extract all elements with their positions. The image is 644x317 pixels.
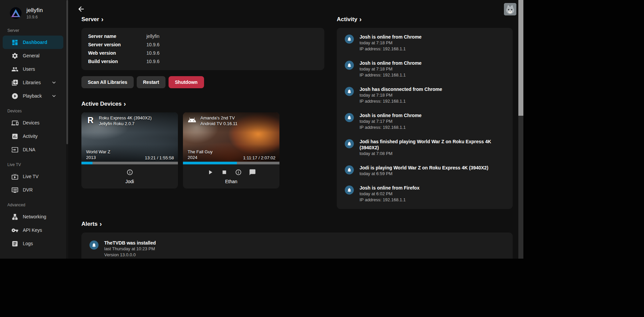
back-button[interactable]	[77, 5, 85, 13]
sidebar-scrollbar-thumb[interactable]	[66, 0, 68, 144]
key-icon	[11, 227, 18, 234]
sidebar-item-dlna[interactable]: DLNA	[3, 143, 63, 156]
app-version: 10.9.6	[26, 15, 43, 19]
activity-section-link[interactable]: Activity ›	[337, 16, 362, 23]
device-card-footer: Jodi	[81, 164, 178, 189]
chevron-right-icon: ›	[101, 17, 104, 21]
sidebar-item-libraries[interactable]: Libraries	[3, 76, 63, 89]
activity-ip: IP address: 192.168.1.1	[360, 197, 420, 203]
bar-chart-icon	[11, 133, 18, 140]
playback-progress-fill	[183, 162, 237, 164]
play-circle-icon	[11, 93, 18, 100]
activity-item-text: Jodi has finished playing World War Z on…	[360, 139, 505, 157]
sidebar-item-label: Live TV	[23, 174, 39, 179]
alert-item-text: TheTVDB was installed last Thursday at 1…	[104, 240, 156, 258]
activity-item[interactable]: Jodi has finished playing World War Z on…	[337, 135, 513, 161]
notification-bell-icon	[345, 165, 354, 174]
active-devices-section-title: Active Devices	[81, 101, 122, 107]
sidebar-item-label: Devices	[23, 120, 40, 125]
activity-item-text: Josh has disconnected from Chrome today …	[360, 86, 442, 104]
screenshot-stage: jellyfin 10.9.6 Server Dashboard General…	[0, 0, 644, 317]
activity-title: Jodi is playing World War Z on Roku Expr…	[360, 165, 488, 171]
playback-progress-track	[81, 162, 178, 164]
sidebar-item-label: Dashboard	[23, 40, 47, 45]
alert-detail: Version 13.0.0.0	[104, 252, 156, 258]
activity-item[interactable]: Josh is online from Chrome today at 7:18…	[337, 56, 513, 82]
server-section-title: Server	[81, 16, 99, 23]
activity-title: Jodi has finished playing World War Z on…	[360, 139, 505, 151]
play-pause-button[interactable]	[205, 169, 215, 176]
sidebar-item-playback[interactable]: Playback	[3, 89, 63, 103]
now-playing-title: World War Z	[86, 149, 110, 155]
activity-item[interactable]: Josh is online from Chrome today at 7:18…	[337, 30, 513, 56]
sidebar-item-general[interactable]: General	[3, 49, 63, 62]
shutdown-button[interactable]: Shutdown	[169, 76, 204, 88]
alert-item[interactable]: TheTVDB was installed last Thursday at 1…	[81, 236, 513, 259]
alerts-section-link[interactable]: Alerts ›	[81, 221, 102, 227]
server-section-link[interactable]: Server ›	[81, 16, 104, 23]
input-icon	[11, 146, 18, 153]
activity-item[interactable]: Josh is online from Chrome today at 7:17…	[337, 108, 513, 135]
chevron-down-icon[interactable]	[51, 93, 57, 99]
activity-item-text: Josh is online from Chrome today at 7:17…	[360, 112, 422, 130]
web-version-value: 10.9.6	[146, 49, 159, 57]
sidebar-item-label: DLNA	[23, 147, 35, 152]
session-info-button[interactable]	[234, 169, 243, 176]
sidebar-item-activity[interactable]: Activity	[3, 129, 63, 143]
sidebar-item-users[interactable]: Users	[3, 62, 63, 76]
server-name-value: jellyfin	[146, 32, 159, 41]
now-playing-year: 2024	[188, 155, 212, 160]
sidebar-item-logs[interactable]: Logs	[3, 237, 63, 250]
sidebar-item-dashboard[interactable]: Dashboard	[3, 36, 63, 49]
notification-bell-icon	[345, 139, 354, 148]
scan-all-libraries-button[interactable]: Scan All Libraries	[81, 76, 134, 88]
sidebar-item-label: API Keys	[23, 227, 42, 233]
sidebar-item-label: Playback	[23, 93, 42, 99]
activity-item-text: Jodi is playing World War Z on Roku Expr…	[360, 165, 488, 177]
notification-bell-icon	[345, 35, 354, 44]
activity-item-text: Josh is online from Chrome today at 7:18…	[360, 34, 422, 52]
alert-time: last Thursday at 10:23 PM	[104, 246, 156, 252]
chevron-down-icon[interactable]	[51, 79, 57, 86]
sidebar-item-dvr[interactable]: DVR	[3, 183, 63, 197]
activity-time: today at 7:08 PM	[360, 151, 505, 157]
sidebar-item-networking[interactable]: Networking	[3, 210, 63, 223]
active-devices-section-link[interactable]: Active Devices ›	[81, 101, 126, 107]
message-icon	[249, 169, 256, 176]
activity-item[interactable]: Josh has disconnected from Chrome today …	[337, 82, 513, 108]
stop-button[interactable]	[219, 169, 229, 176]
page-scrollbar-thumb[interactable]	[518, 0, 523, 116]
activity-time: today at 7:18 PM	[360, 40, 422, 46]
sidebar-section-advanced: Advanced	[0, 197, 66, 210]
now-playing-backdrop: R Roku Express 4K (3940X2) Jellyfin Roku…	[81, 112, 178, 164]
device-header-text: Amanda's 2nd TV Android TV 0.16.11	[200, 115, 238, 126]
sidebar-item-live-tv[interactable]: Live TV	[3, 170, 63, 183]
app-logo-row[interactable]: jellyfin 10.9.6	[0, 0, 66, 22]
activity-ip: IP address: 192.168.1.1	[360, 72, 422, 78]
session-info-button[interactable]	[125, 169, 135, 176]
now-playing-text: World War Z 2013	[86, 149, 110, 160]
restart-button[interactable]: Restart	[137, 76, 166, 88]
sidebar-item-devices[interactable]: Devices	[3, 116, 63, 129]
main-area: Server › Server name jellyfin Server ver…	[68, 0, 518, 259]
playback-position: 13:21 / 1:55:58	[145, 155, 174, 160]
stop-icon	[221, 169, 228, 176]
info-icon	[235, 169, 242, 176]
notification-bell-icon	[345, 113, 354, 122]
session-controls	[183, 169, 279, 176]
chevron-right-icon: ›	[124, 101, 126, 106]
activity-item[interactable]: Josh is online from Firefox today at 6:0…	[337, 181, 513, 207]
user-avatar-button[interactable]	[504, 3, 516, 15]
sidebar-item-label: Libraries	[23, 80, 41, 85]
notification-bell-icon	[89, 241, 99, 250]
sidebar-item-label: General	[23, 53, 40, 58]
arrow-left-icon	[77, 5, 85, 13]
sidebar-item-api-keys[interactable]: API Keys	[3, 223, 63, 237]
activity-item[interactable]: Jodi is playing World War Z on Roku Expr…	[337, 161, 513, 181]
send-message-button[interactable]	[248, 169, 257, 176]
activity-ip: IP address: 192.168.1.1	[360, 124, 422, 130]
device-card-footer: Ethan	[183, 164, 279, 189]
session-user: Jodi	[81, 179, 178, 184]
chevron-right-icon: ›	[359, 17, 362, 21]
activity-title: Josh is online from Chrome	[360, 60, 422, 66]
